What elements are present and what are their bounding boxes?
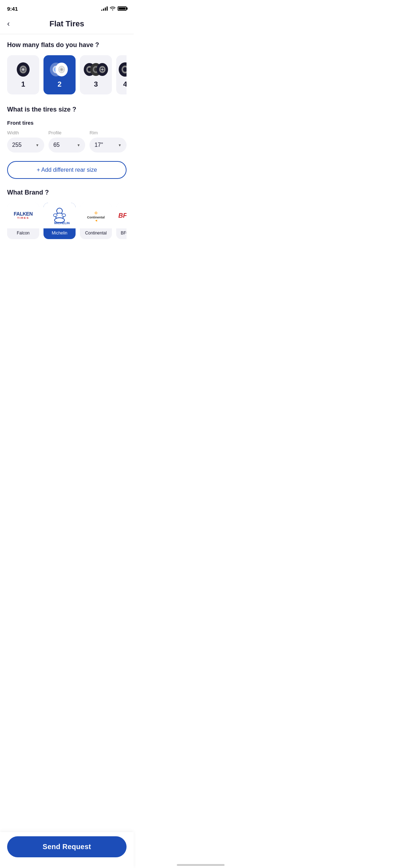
back-button[interactable]: ‹ xyxy=(7,19,10,29)
rim-group: Rim 17" ▼ xyxy=(89,130,127,153)
michelin-label: Michelin xyxy=(52,231,67,236)
flat-card-2[interactable]: 2 xyxy=(43,55,76,94)
width-chevron-icon: ▼ xyxy=(36,143,39,147)
profile-dropdown[interactable]: 65 ▼ xyxy=(48,138,86,153)
status-time: 9:41 xyxy=(7,6,18,12)
tire-dropdowns: Width 255 ▼ Profile 65 ▼ Rim 17" ▼ xyxy=(7,130,127,153)
svg-point-37 xyxy=(53,214,57,217)
svg-point-38 xyxy=(62,214,66,217)
header: ‹ Flat Tires xyxy=(0,16,134,34)
svg-text:MICHELIN: MICHELIN xyxy=(54,221,70,224)
flat-card-4-label: 4 xyxy=(123,80,127,88)
flat-card-3-label: 3 xyxy=(94,80,98,88)
flat-card-4[interactable]: 4 xyxy=(116,55,127,94)
bfg-logo: BFG xyxy=(118,212,127,219)
michelin-logo-svg: MICHELIN xyxy=(49,207,70,224)
brand-card-bfg[interactable]: BFG BFG xyxy=(116,203,127,239)
continental-label: Continental xyxy=(85,231,107,236)
add-rear-size-button[interactable]: + Add different rear size xyxy=(7,161,127,179)
width-group: Width 255 ▼ xyxy=(7,130,44,153)
tire-icon-4 xyxy=(116,62,127,77)
falcon-label: Falcon xyxy=(17,231,30,236)
status-bar: 9:41 xyxy=(0,0,134,16)
tire-icon-3 xyxy=(83,62,109,77)
flats-selector: 1 2 xyxy=(7,55,127,96)
signal-icon xyxy=(101,6,108,11)
rim-dropdown[interactable]: 17" ▼ xyxy=(89,138,127,153)
front-tires-label: Front tires xyxy=(7,120,127,126)
width-value: 255 xyxy=(12,142,22,148)
brands-selector: FALKEN TIRES Falcon MICHELIN xyxy=(7,203,127,241)
brand-card-michelin[interactable]: MICHELIN Michelin xyxy=(43,203,76,239)
flat-card-1-label: 1 xyxy=(21,80,25,88)
profile-group: Profile 65 ▼ xyxy=(48,130,86,153)
tire-icon-2 xyxy=(48,62,71,77)
profile-chevron-icon: ▼ xyxy=(77,143,80,147)
falcon-logo: FALKEN TIRES xyxy=(14,211,33,220)
main-content: How many flats do you have ? 1 xyxy=(0,34,134,287)
wifi-icon xyxy=(110,6,115,11)
bfg-logo-wrap: BFG xyxy=(116,203,127,228)
flat-card-1[interactable]: 1 xyxy=(7,55,39,94)
width-label: Width xyxy=(7,130,44,135)
continental-logo-wrap: ⊙ Continental ◀ xyxy=(80,203,112,228)
rim-label: Rim xyxy=(89,130,127,135)
brand-card-falcon[interactable]: FALKEN TIRES Falcon xyxy=(7,203,39,239)
rim-chevron-icon: ▼ xyxy=(118,143,122,147)
bfg-label: BFG xyxy=(121,231,127,236)
rim-value: 17" xyxy=(94,142,103,148)
width-dropdown[interactable]: 255 ▼ xyxy=(7,138,44,153)
brand-card-continental[interactable]: ⊙ Continental ◀ Continental xyxy=(80,203,112,239)
flat-card-2-label: 2 xyxy=(57,80,61,88)
battery-icon xyxy=(118,6,127,11)
tire-size-question: What is the tires size ? xyxy=(7,106,127,113)
flats-question: How many flats do you have ? xyxy=(7,41,127,49)
falcon-logo-wrap: FALKEN TIRES xyxy=(7,203,39,228)
profile-label: Profile xyxy=(48,130,86,135)
tire-icon-1 xyxy=(14,62,32,77)
michelin-logo-wrap: MICHELIN xyxy=(43,203,76,228)
brand-question: What Brand ? xyxy=(7,189,127,196)
profile-value: 65 xyxy=(53,142,60,148)
flat-card-3[interactable]: 3 xyxy=(80,55,112,94)
page-title: Flat Tires xyxy=(50,19,84,29)
continental-logo: ⊙ Continental ◀ xyxy=(87,209,105,222)
status-icons xyxy=(101,6,127,11)
